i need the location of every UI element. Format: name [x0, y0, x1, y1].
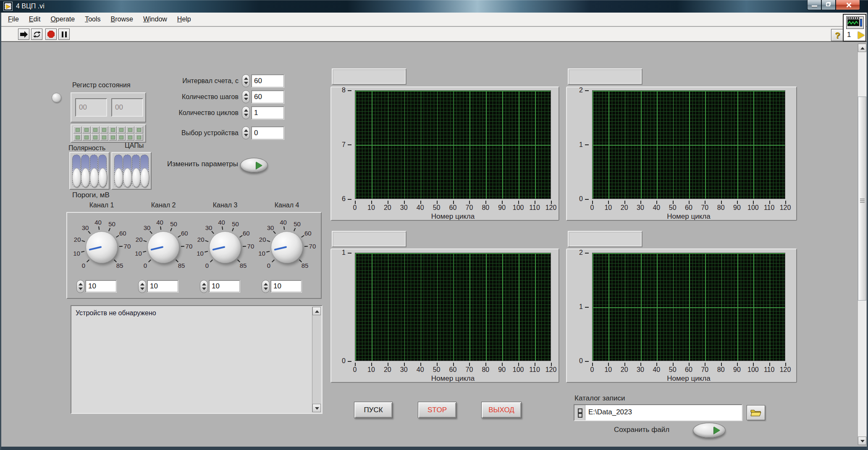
- threshold-knob[interactable]: [209, 231, 241, 263]
- panel-scrollbar[interactable]: [858, 44, 866, 445]
- knob-tick: [148, 259, 151, 262]
- context-help-button[interactable]: ?: [831, 29, 844, 41]
- threshold-spinner[interactable]: [262, 280, 270, 293]
- menu-file[interactable]: File: [3, 16, 24, 23]
- x-axis-ticks: [355, 363, 552, 366]
- x-tick-label: 20: [384, 366, 391, 374]
- knob-scale-label: 30: [205, 224, 212, 231]
- cycles-spinner[interactable]: [242, 106, 250, 119]
- start-button[interactable]: ПУСК: [354, 402, 393, 418]
- menu-help[interactable]: Help: [172, 16, 196, 23]
- knob-tick: [273, 231, 276, 234]
- x-tick-label: 100: [513, 204, 524, 212]
- menu-tools[interactable]: Tools: [80, 16, 105, 23]
- title-bar[interactable]: 4 ВЦП .vi: [0, 0, 868, 13]
- polarity-switch-bank: [69, 152, 110, 190]
- y-tick-label: 2: [579, 249, 589, 256]
- close-button[interactable]: [836, 0, 860, 10]
- led-cell: [117, 126, 126, 133]
- x-tick-label: 0: [353, 366, 357, 374]
- pause-button[interactable]: [58, 29, 70, 40]
- menu-operate[interactable]: Operate: [45, 16, 80, 23]
- threshold-knob[interactable]: [271, 231, 303, 263]
- toggle-switch[interactable]: [90, 154, 98, 187]
- knob-needle: [150, 246, 163, 251]
- knob-scale-label: 60: [243, 229, 250, 236]
- window-title: 4 ВЦП .vi: [16, 0, 45, 13]
- x-tick-label: 60: [685, 204, 692, 212]
- device-select-spinner[interactable]: [242, 126, 250, 139]
- threshold-knob[interactable]: [86, 231, 118, 263]
- change-params-label: Изменить параметры: [167, 160, 238, 168]
- steps-field[interactable]: 60: [251, 90, 284, 103]
- minimize-button[interactable]: [807, 0, 821, 10]
- x-tick-label: 40: [653, 366, 660, 374]
- knob-scale-label: 70: [309, 243, 316, 250]
- threshold-field[interactable]: 10: [147, 280, 178, 292]
- arrow-up-icon: [860, 47, 865, 50]
- x-tick-label: 50: [433, 204, 441, 212]
- threshold-field[interactable]: 10: [85, 280, 116, 292]
- threshold-knob[interactable]: [147, 231, 179, 263]
- interval-field[interactable]: 60: [251, 74, 284, 87]
- save-file-button[interactable]: [693, 423, 726, 438]
- running-vi-indicator: 1: [843, 14, 866, 42]
- knob-scale-label: 20: [197, 235, 205, 243]
- x-axis-ticks: [355, 201, 552, 204]
- interval-spinner[interactable]: [242, 74, 250, 87]
- restore-button[interactable]: [821, 0, 836, 10]
- device-log[interactable]: Устройств не обнаружено: [71, 305, 323, 414]
- x-tick-label: 110: [764, 204, 775, 212]
- cycles-field[interactable]: 1: [251, 106, 284, 119]
- y-tick-label: 0: [579, 195, 589, 203]
- threshold-field[interactable]: 10: [270, 280, 302, 292]
- y-tick-label: 6: [342, 195, 351, 203]
- toggle-switch[interactable]: [98, 154, 107, 187]
- record-path-field[interactable]: E:\Data_2023: [585, 405, 742, 420]
- scroll-down-button[interactable]: [858, 437, 866, 445]
- threshold-spinner[interactable]: [76, 280, 84, 293]
- path-type-icon[interactable]: [574, 405, 585, 420]
- scrollbar-thumb[interactable]: [858, 97, 866, 301]
- browse-folder-button[interactable]: [747, 405, 765, 420]
- waveform-chart-2: 210 0102030405060708090100110120 Номер ц…: [566, 86, 797, 221]
- toggle-switch[interactable]: [81, 154, 89, 187]
- toggle-switch[interactable]: [72, 154, 81, 187]
- threshold-field[interactable]: 10: [209, 280, 240, 292]
- led-cell: [117, 134, 126, 141]
- run-continuous-button[interactable]: [31, 29, 42, 40]
- menu-window[interactable]: Window: [138, 16, 172, 23]
- stop-button[interactable]: STOP: [418, 402, 456, 418]
- led-cell: [82, 134, 91, 141]
- scroll-up-button[interactable]: [858, 44, 866, 52]
- abort-button[interactable]: [45, 29, 57, 40]
- threshold-spinner[interactable]: [138, 280, 146, 293]
- x-tick-label: 100: [747, 204, 759, 212]
- x-tick-label: 110: [529, 366, 540, 374]
- knob-tick: [81, 240, 85, 242]
- led-cell: [73, 126, 82, 133]
- x-tick-label: 80: [717, 204, 725, 212]
- log-scrollbar[interactable]: [312, 307, 321, 412]
- knob-scale-label: 0: [144, 262, 147, 269]
- run-button[interactable]: [18, 29, 29, 40]
- steps-spinner[interactable]: [242, 90, 250, 103]
- knob-scale-label: 30: [267, 224, 274, 231]
- run-icon: [20, 31, 28, 38]
- toggle-switch[interactable]: [140, 154, 149, 187]
- x-tick-label: 90: [733, 204, 741, 212]
- toggle-switch[interactable]: [123, 154, 131, 187]
- menu-edit[interactable]: Edit: [24, 16, 46, 23]
- knob-tick: [181, 246, 184, 247]
- menu-browse[interactable]: Browse: [106, 16, 138, 23]
- toggle-switch[interactable]: [114, 154, 123, 187]
- exit-button[interactable]: ВЫХОД: [481, 402, 522, 418]
- scroll-down-button[interactable]: [312, 404, 321, 412]
- threshold-spinner[interactable]: [200, 280, 208, 293]
- led-cell: [100, 134, 108, 141]
- device-select-field[interactable]: 0: [251, 126, 284, 139]
- led-cell: [73, 134, 82, 141]
- change-params-button[interactable]: [240, 158, 268, 173]
- toggle-switch[interactable]: [132, 154, 140, 187]
- scroll-up-button[interactable]: [312, 307, 321, 315]
